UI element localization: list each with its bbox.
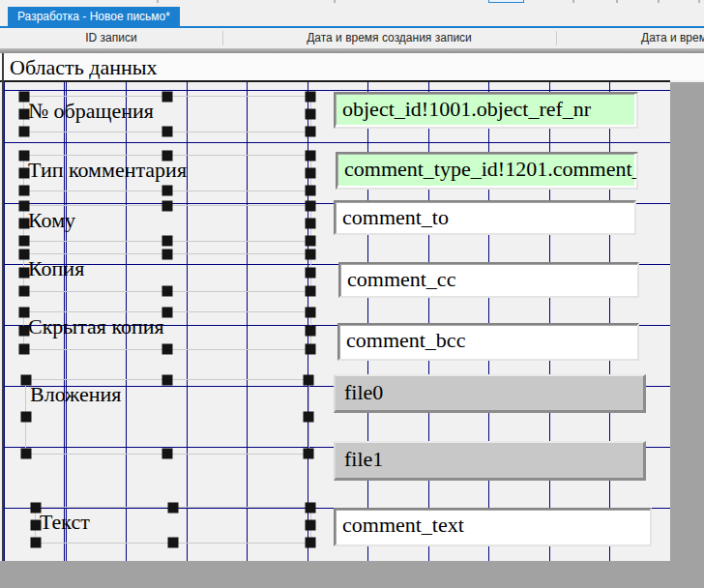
selection-handle[interactable] bbox=[162, 308, 173, 318]
selection-handle[interactable] bbox=[162, 449, 173, 459]
workspace-gutter-bottom bbox=[0, 561, 704, 588]
design-surface[interactable]: object_id!1001.object_ref_nr comment_typ… bbox=[4, 82, 670, 561]
label-to[interactable]: Кому bbox=[23, 205, 311, 242]
selection-handle[interactable] bbox=[31, 538, 42, 548]
button-file1[interactable]: file1 bbox=[334, 441, 646, 481]
column-header-modified[interactable]: Дата и врем bbox=[556, 28, 704, 48]
selection-handle[interactable] bbox=[306, 219, 316, 229]
field-object-ref-nr[interactable]: object_id!1001.object_ref_nr bbox=[334, 92, 638, 129]
column-header-record-id[interactable]: ID записи bbox=[0, 28, 222, 48]
selection-handle[interactable] bbox=[306, 109, 316, 120]
selection-handle[interactable] bbox=[19, 236, 30, 247]
label-request-nr[interactable]: № обращения bbox=[23, 96, 311, 132]
toolbar-remnant-selection bbox=[488, 0, 524, 3]
label-text[interactable]: Текст bbox=[35, 507, 311, 544]
selection-handle[interactable] bbox=[304, 375, 314, 386]
selection-handle[interactable] bbox=[162, 92, 173, 103]
selection-handle[interactable] bbox=[304, 412, 314, 423]
selection-handle[interactable] bbox=[162, 151, 173, 162]
selection-handle[interactable] bbox=[19, 286, 30, 297]
selection-handle[interactable] bbox=[162, 344, 173, 355]
toolbar-remnant-strip bbox=[0, 0, 704, 7]
selection-handle[interactable] bbox=[306, 186, 316, 196]
selection-handle[interactable] bbox=[19, 344, 30, 355]
selection-handle[interactable] bbox=[168, 503, 179, 514]
selection-handle[interactable] bbox=[21, 449, 32, 459]
selection-handle[interactable] bbox=[19, 219, 30, 229]
toolbar-remnant-mark bbox=[658, 0, 660, 3]
field-comment-type[interactable]: comment_type_id!1201.comment_ bbox=[336, 152, 638, 190]
selection-handle[interactable] bbox=[19, 151, 30, 162]
selection-handle[interactable] bbox=[306, 326, 316, 337]
field-comment-bcc[interactable]: comment_bcc bbox=[337, 323, 639, 361]
column-header-created[interactable]: Дата и время создания записи bbox=[222, 28, 556, 48]
tab-development-new-letter[interactable]: Разработка - Новое письмо* bbox=[8, 7, 180, 26]
selection-handle[interactable] bbox=[306, 286, 316, 297]
selection-handle[interactable] bbox=[31, 520, 42, 531]
selection-handle[interactable] bbox=[306, 538, 316, 548]
selection-handle[interactable] bbox=[162, 286, 173, 297]
label-cc[interactable]: Копия bbox=[23, 253, 311, 292]
selection-handle[interactable] bbox=[306, 503, 316, 514]
selection-handle[interactable] bbox=[306, 250, 316, 260]
selection-handle[interactable] bbox=[306, 201, 316, 212]
toolbar-remnant-mark bbox=[334, 0, 336, 3]
selection-handle[interactable] bbox=[21, 412, 32, 423]
selection-handle[interactable] bbox=[19, 201, 30, 212]
selection-handle[interactable] bbox=[162, 201, 173, 212]
toolbar-remnant-mark bbox=[157, 0, 159, 3]
selection-handle[interactable] bbox=[162, 186, 173, 196]
selection-handle[interactable] bbox=[306, 151, 316, 162]
record-grid-header: ID записи Дата и время создания записи Д… bbox=[0, 28, 704, 48]
selection-handle[interactable] bbox=[306, 92, 316, 103]
selection-handle[interactable] bbox=[162, 236, 173, 247]
field-comment-to[interactable]: comment_to bbox=[334, 200, 636, 235]
field-comment-text[interactable]: comment_text bbox=[334, 508, 652, 546]
selection-handle[interactable] bbox=[162, 250, 173, 260]
selection-handle[interactable] bbox=[162, 127, 173, 137]
selection-handle[interactable] bbox=[19, 326, 30, 337]
field-comment-cc[interactable]: comment_cc bbox=[338, 262, 639, 298]
label-attachments[interactable]: Вложения bbox=[25, 379, 309, 455]
designer-window: Разработка - Новое письмо* ID записи Дат… bbox=[0, 0, 704, 588]
selection-handle[interactable] bbox=[19, 308, 30, 318]
band-title: Область данных bbox=[10, 55, 157, 80]
selection-handle[interactable] bbox=[168, 538, 179, 548]
selection-handle[interactable] bbox=[306, 127, 316, 137]
selection-handle[interactable] bbox=[306, 344, 316, 355]
label-bcc[interactable]: Скрытая копия bbox=[23, 311, 311, 350]
band-header[interactable]: Область данных bbox=[0, 53, 704, 80]
selection-handle[interactable] bbox=[306, 308, 316, 318]
selection-handle[interactable] bbox=[304, 449, 314, 459]
selection-handle[interactable] bbox=[306, 236, 316, 247]
document-tab-bar: Разработка - Новое письмо* bbox=[0, 7, 704, 26]
selection-handle[interactable] bbox=[19, 268, 30, 279]
selection-handle[interactable] bbox=[31, 503, 42, 514]
selection-handle[interactable] bbox=[306, 520, 316, 531]
label-comment-type[interactable]: Тип комментария bbox=[23, 155, 311, 191]
selection-handle[interactable] bbox=[162, 375, 173, 386]
selection-handle[interactable] bbox=[19, 250, 30, 260]
selection-handle[interactable] bbox=[19, 109, 30, 120]
selection-handle[interactable] bbox=[19, 127, 30, 137]
selection-handle[interactable] bbox=[19, 168, 30, 179]
toolbar-remnant-mark bbox=[572, 0, 574, 3]
selection-handle[interactable] bbox=[19, 92, 30, 103]
selection-handle[interactable] bbox=[19, 186, 30, 196]
page-left-border bbox=[2, 53, 4, 561]
selection-handle[interactable] bbox=[306, 268, 316, 279]
button-file0[interactable]: file0 bbox=[334, 374, 646, 413]
toolbar-remnant-mark bbox=[616, 0, 618, 3]
selection-handle[interactable] bbox=[306, 168, 316, 179]
toolbar-remnant-mark bbox=[698, 0, 700, 3]
selection-handle[interactable] bbox=[21, 375, 32, 386]
workspace-gutter-right bbox=[670, 82, 704, 561]
